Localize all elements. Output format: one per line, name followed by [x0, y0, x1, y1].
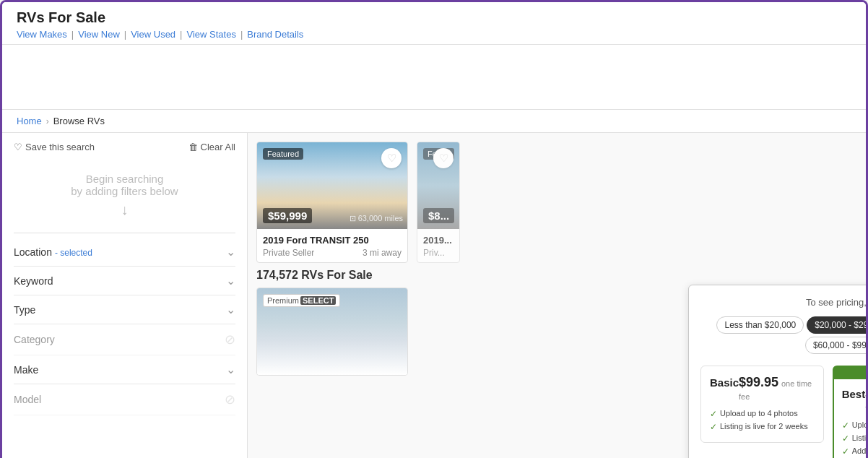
card-seller: Private Seller [263, 248, 314, 258]
view-states-link[interactable]: View States [186, 29, 235, 40]
check-icon: ✓ [710, 409, 717, 419]
card-title: 2019 Ford TRANSIT 250 [263, 235, 402, 246]
card-info: 2019... Priv... [417, 229, 459, 262]
check-icon: ✓ [842, 420, 849, 431]
best-plan: ★ Best value Best $229.95 one time fee ✓… [833, 366, 866, 458]
filter-type[interactable]: Type ⌄ [14, 295, 235, 324]
view-makes-link[interactable]: View Makes [17, 29, 67, 40]
save-search-button[interactable]: ♡ Save this search [14, 142, 95, 152]
clear-all-label: Clear All [201, 142, 235, 152]
breadcrumb-home[interactable]: Home [17, 116, 42, 126]
block-icon: ⊘ [225, 392, 235, 407]
favorite-button[interactable]: ♡ [381, 148, 402, 168]
plan-price: $229.95 [865, 386, 866, 401]
breadcrumb: Home › Browse RVs [2, 110, 866, 133]
filter-category-label: Category [14, 334, 55, 345]
block-icon: ⊘ [225, 332, 235, 347]
plan-name: Basic [710, 376, 739, 389]
save-search-label: Save this search [25, 142, 95, 152]
brand-details-link[interactable]: Brand Details [247, 29, 303, 40]
main-layout: ♡ Save this search 🗑 Clear All Begin sea… [2, 133, 866, 458]
begin-search-hint: Begin searchingby adding filters below ↓ [14, 161, 235, 224]
trash-icon: 🗑 [188, 142, 198, 152]
chevron-down-icon: ⌄ [226, 303, 235, 316]
header-links: View Makes | View New | View Used | View… [17, 29, 851, 40]
plan-features: ✓Upload up to 4 photos ✓Listing is live … [710, 407, 815, 433]
pricing-overlay-title: To see pricing, select your RV selling p… [700, 297, 866, 308]
price-range-btn-4[interactable]: $60,000 - $99,000 [805, 337, 866, 354]
filter-keyword[interactable]: Keyword ⌄ [14, 267, 235, 295]
card-title: 2019... [423, 235, 453, 246]
cards-row: Featured ♡ $59,999 ⊡ 63,000 miles 2019 F… [248, 133, 866, 269]
content-area: Featured ♡ $59,999 ⊡ 63,000 miles 2019 F… [248, 133, 866, 458]
filter-category: Category ⊘ [14, 324, 235, 355]
listing-card-2: Feat... ♡ $8... 2019... Priv... [417, 142, 460, 263]
plan-price: $99.95 [739, 375, 778, 389]
plans-row: Basic $99.95 one time fee ✓Upload up to … [700, 366, 866, 458]
featured-badge: Featured [263, 148, 303, 160]
plan-header: Best $229.95 one time fee [842, 386, 866, 413]
breadcrumb-chevron: › [46, 116, 49, 126]
best-value-label: ★ Best value [833, 366, 866, 379]
plan-header: Basic $99.95 one time fee [710, 375, 815, 402]
listing-card-1: Featured ♡ $59,999 ⊡ 63,000 miles 2019 F… [256, 142, 408, 263]
card-info: 2019 Ford TRANSIT 250 Private Seller 3 m… [257, 229, 407, 262]
plan-feature: ✓Upload up to 4 photos [710, 407, 815, 420]
chevron-down-icon: ⌄ [226, 274, 235, 288]
mileage-icon: ⊡ [350, 214, 356, 222]
check-icon: ✓ [842, 433, 849, 444]
price-range-btn-1[interactable]: $20,000 - $29,999 [807, 316, 866, 334]
site-header: RVs For Sale View Makes | View New | Vie… [2, 2, 866, 45]
check-icon: ✓ [842, 446, 849, 457]
plan-feature: ✓Listing is live for 1 year * [842, 432, 866, 445]
clear-all-button[interactable]: 🗑 Clear All [188, 142, 235, 152]
view-new-link[interactable]: View New [78, 29, 120, 40]
card-image-container: Featured ♡ $59,999 ⊡ 63,000 miles [257, 142, 407, 229]
price-range-buttons: Less than $20,000 $20,000 - $29,999 $30,… [700, 316, 866, 354]
sidebar: ♡ Save this search 🗑 Clear All Begin sea… [2, 133, 248, 458]
basic-plan: Basic $99.95 one time fee ✓Upload up to … [700, 366, 824, 443]
pricing-overlay: To see pricing, select your RV selling p… [688, 285, 866, 458]
favorite-button[interactable]: ♡ [433, 148, 453, 168]
card-meta: Priv... [423, 248, 453, 258]
filter-model-label: Model [14, 394, 41, 405]
select-tag: SELECT [300, 296, 336, 305]
card-image-container: Feat... ♡ $8... [417, 142, 459, 229]
view-used-link[interactable]: View Used [131, 29, 175, 40]
plan-features: ✓Upload up to 50 photos ✓Listing is live… [842, 419, 866, 458]
filter-location-label: Location- selected [14, 246, 92, 258]
card-distance: 3 mi away [363, 248, 402, 258]
card-price: $8... [423, 208, 454, 223]
card-mileage: ⊡ 63,000 miles [350, 214, 403, 223]
breadcrumb-current: Browse RVs [53, 116, 105, 126]
card-meta: Private Seller 3 mi away [263, 248, 402, 258]
filter-keyword-label: Keyword [14, 275, 53, 287]
begin-search-text: Begin searchingby adding filters below [19, 173, 230, 197]
premium-listing-card: Premium SELECT [256, 288, 408, 376]
price-range-btn-0[interactable]: Less than $20,000 [716, 316, 804, 334]
arrow-down-icon: ↓ [19, 202, 230, 218]
chevron-down-icon: ⌄ [226, 245, 235, 259]
filter-model: Model ⊘ [14, 384, 235, 415]
ad-banner [2, 45, 866, 110]
plan-name: Best [842, 388, 866, 400]
plan-feature: ✓Add a YouTube video [842, 445, 866, 458]
filter-make-label: Make [14, 364, 38, 376]
plan-feature: ✓Listing is live for 2 weeks [710, 420, 815, 433]
save-search-row: ♡ Save this search 🗑 Clear All [14, 142, 235, 152]
card-seller: Priv... [423, 248, 445, 258]
check-icon: ✓ [710, 422, 717, 432]
sidebar-divider [14, 233, 235, 233]
filter-make[interactable]: Make ⌄ [14, 355, 235, 384]
page-title: RVs For Sale [17, 9, 851, 26]
premium-badge: Premium SELECT [263, 294, 340, 307]
card-price: $59,999 [263, 208, 312, 223]
filter-location[interactable]: Location- selected ⌄ [14, 238, 235, 267]
filter-type-label: Type [14, 304, 35, 316]
heart-icon: ♡ [14, 142, 22, 152]
card-image-container: Premium SELECT [257, 288, 407, 375]
plan-feature: ✓Upload up to 50 photos [842, 419, 866, 432]
chevron-down-icon: ⌄ [226, 363, 235, 376]
